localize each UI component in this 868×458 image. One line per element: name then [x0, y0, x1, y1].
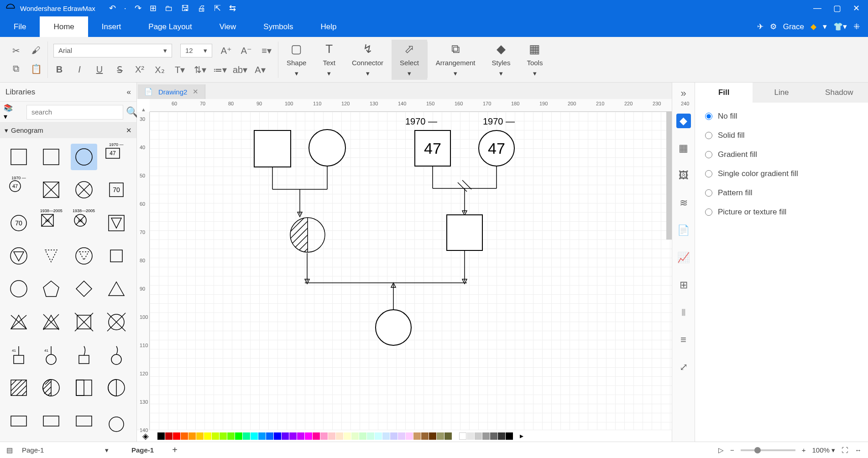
- styles-button[interactable]: ◆Styles▾: [484, 40, 519, 80]
- color-swatch[interactable]: [475, 432, 482, 440]
- arrangement-button[interactable]: ⧉Arrangement▾: [428, 40, 484, 80]
- export-icon[interactable]: ⇱: [214, 3, 221, 13]
- zoom-out-button[interactable]: −: [730, 446, 734, 454]
- color-swatch[interactable]: [173, 432, 180, 440]
- color-swatch[interactable]: [297, 432, 304, 440]
- tshirt-icon[interactable]: 👕▾: [833, 22, 847, 31]
- color-swatch[interactable]: [188, 432, 196, 440]
- properties-tab-shadow[interactable]: Shadow: [810, 83, 868, 103]
- shape-stem-circle-1[interactable]: 41: [38, 342, 64, 368]
- zoom-slider[interactable]: [741, 449, 795, 451]
- shape-inv-triangle-circle[interactable]: [5, 243, 32, 269]
- shape-male-thin[interactable]: [38, 144, 64, 170]
- fit-page-icon[interactable]: ⛶: [842, 446, 848, 454]
- color-swatch[interactable]: [212, 432, 219, 440]
- menu-file[interactable]: File: [0, 16, 40, 37]
- align-panel-icon[interactable]: ≡: [676, 333, 691, 347]
- font-size-selector[interactable]: 12▾: [180, 44, 212, 57]
- bold-icon[interactable]: B: [53, 64, 65, 76]
- canvas-label[interactable]: 1970 —: [483, 116, 515, 127]
- color-swatch[interactable]: [266, 432, 273, 440]
- chart-panel-icon[interactable]: 📈: [676, 250, 691, 265]
- strikethrough-icon[interactable]: S̶: [114, 64, 125, 76]
- image-panel-icon[interactable]: 🖼: [676, 168, 691, 183]
- color-swatch[interactable]: [444, 432, 452, 440]
- document-tab[interactable]: 📄 Drawing2 ✕: [138, 84, 205, 99]
- color-swatch[interactable]: [506, 432, 513, 440]
- color-swatch[interactable]: [243, 432, 250, 440]
- canvas-label[interactable]: 1970 —: [405, 116, 437, 127]
- format-painter-icon[interactable]: 🖌: [30, 45, 42, 57]
- shape-rect2[interactable]: [38, 408, 64, 434]
- print-icon[interactable]: 🖨: [198, 4, 206, 13]
- shape-inv-triangle-box[interactable]: [103, 210, 130, 236]
- shape-hatched-square[interactable]: [5, 375, 32, 401]
- color-swatch[interactable]: [398, 432, 405, 440]
- apps-icon[interactable]: ⁜: [853, 22, 860, 31]
- copy-icon[interactable]: ⧉: [10, 63, 22, 75]
- color-swatch[interactable]: [437, 432, 444, 440]
- italic-icon[interactable]: I: [73, 64, 85, 76]
- underline-icon[interactable]: U: [94, 64, 105, 76]
- canvas-shape-female[interactable]: [309, 129, 346, 167]
- library-search-input[interactable]: [26, 105, 123, 120]
- fit-panel-icon[interactable]: ⤢: [676, 360, 691, 375]
- shape-half-fill-circle[interactable]: [103, 375, 130, 401]
- shape-x-triangle[interactable]: [5, 309, 32, 335]
- fill-option-single-gradient[interactable]: Single color gradient fill: [705, 169, 858, 178]
- page-selector[interactable]: Page-1 ▾: [22, 446, 113, 454]
- connector-button[interactable]: ↯Connector▾: [344, 40, 392, 80]
- superscript-icon[interactable]: X²: [134, 64, 146, 76]
- page-tab[interactable]: Page-1: [131, 446, 154, 454]
- drawing-canvas[interactable]: 1970 — 1970 — 47 47: [150, 112, 672, 430]
- canvas-shape-female-child[interactable]: [375, 309, 412, 346]
- redo-icon[interactable]: ↷: [135, 3, 141, 13]
- text-direction-icon[interactable]: ab▾: [234, 64, 246, 76]
- close-tab-icon[interactable]: ✕: [193, 88, 199, 96]
- shape-male[interactable]: [5, 144, 32, 170]
- properties-tab-line[interactable]: Line: [753, 83, 810, 103]
- color-swatch[interactable]: [482, 432, 490, 440]
- text-case-icon[interactable]: T▾: [174, 64, 186, 76]
- color-swatch[interactable]: [359, 432, 366, 440]
- menu-home[interactable]: Home: [40, 16, 88, 37]
- dropdown-icon[interactable]: ▾: [823, 22, 827, 31]
- color-swatch[interactable]: [251, 432, 258, 440]
- fill-option-solid[interactable]: Solid fill: [705, 131, 858, 140]
- fill-option-picture[interactable]: Picture or texture fill: [705, 208, 858, 217]
- zoom-level[interactable]: 100% ▾: [812, 446, 835, 454]
- color-swatch[interactable]: [305, 432, 312, 440]
- color-swatch[interactable]: [429, 432, 436, 440]
- color-swatch[interactable]: [390, 432, 397, 440]
- fill-option-pattern[interactable]: Pattern fill: [705, 188, 858, 198]
- bullets-icon[interactable]: ≔▾: [214, 64, 226, 76]
- color-swatch[interactable]: [313, 432, 320, 440]
- shape-x-triangle2[interactable]: [38, 309, 64, 335]
- library-category-header[interactable]: ▾Genogram ✕: [0, 123, 136, 138]
- color-swatch[interactable]: [181, 432, 188, 440]
- color-swatch[interactable]: [490, 432, 497, 440]
- subscript-icon[interactable]: X₂: [154, 64, 166, 76]
- color-swatch[interactable]: [235, 432, 242, 440]
- canvas-shape-male[interactable]: [254, 130, 291, 167]
- color-swatch[interactable]: [157, 432, 165, 440]
- shape-deceased-female[interactable]: [71, 177, 97, 203]
- color-swatch[interactable]: [204, 432, 211, 440]
- collapse-libraries-icon[interactable]: «: [127, 88, 131, 97]
- shape-female-selected[interactable]: [71, 144, 97, 170]
- menu-symbols[interactable]: Symbols: [250, 16, 307, 37]
- shape-death-age-male[interactable]: 70: [103, 177, 130, 203]
- more-colors-icon[interactable]: ▸: [520, 432, 523, 440]
- color-swatch[interactable]: [382, 432, 390, 440]
- new-icon[interactable]: ⊞: [150, 3, 157, 13]
- presentation-icon[interactable]: ▷: [718, 446, 724, 454]
- shape-female-age[interactable]: 1970 —47: [5, 177, 32, 203]
- premium-icon[interactable]: ◆: [810, 22, 816, 31]
- search-icon[interactable]: 🔍: [126, 106, 138, 118]
- fill-option-none[interactable]: No fill: [705, 112, 858, 121]
- color-swatch[interactable]: [459, 432, 466, 440]
- color-swatch[interactable]: [336, 432, 343, 440]
- color-swatch[interactable]: [406, 432, 413, 440]
- user-name[interactable]: Grace: [783, 22, 804, 31]
- font-family-selector[interactable]: Arial▾: [53, 44, 172, 57]
